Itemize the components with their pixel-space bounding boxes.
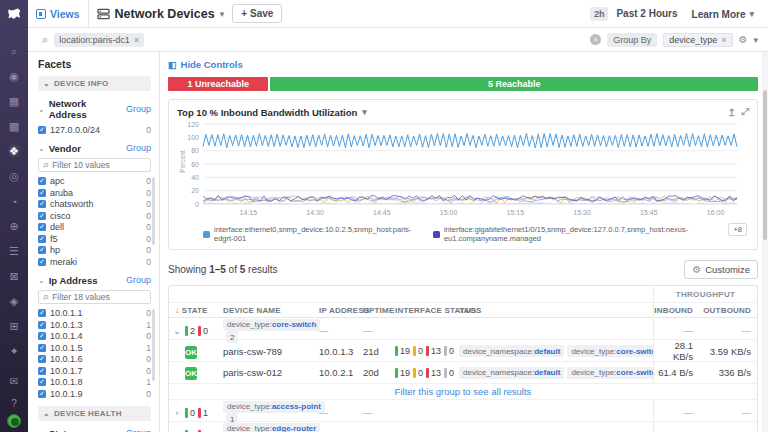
- facet-value-row[interactable]: ✓meraki0: [38, 256, 151, 268]
- group-tag-pill[interactable]: device_type:core-switch: [223, 319, 320, 331]
- col-header-interface-status[interactable]: INTERFACE STATUS: [395, 306, 459, 315]
- device-name[interactable]: paris-csw-789: [223, 346, 319, 357]
- tag-pill[interactable]: device_namespace:default: [459, 345, 564, 357]
- col-header-outbound[interactable]: OUTBOUND: [699, 306, 757, 315]
- nav-apm-icon[interactable]: ⊕: [0, 214, 28, 239]
- hide-controls-button[interactable]: ◧ Hide Controls: [168, 59, 758, 70]
- checkbox-checked[interactable]: ✓: [38, 223, 46, 231]
- nav-monitors-icon[interactable]: ◎: [0, 164, 28, 189]
- chart-title-caret-icon[interactable]: ▾: [362, 107, 367, 117]
- clear-group-by-icon[interactable]: ×: [590, 34, 601, 45]
- nav-watchdog-icon[interactable]: ◉: [0, 64, 28, 89]
- facet-list-scrollbar[interactable]: [152, 309, 155, 381]
- user-avatar[interactable]: [7, 414, 21, 428]
- group-by-settings-icon[interactable]: ⚙: [739, 34, 748, 45]
- facet-value-row[interactable]: ✓10.0.1.40: [38, 331, 151, 343]
- facet-section-device-info[interactable]: ⌄DEVICE INFO: [38, 76, 151, 91]
- legend-overflow-button[interactable]: +8: [728, 223, 747, 236]
- nav-synthetics-icon[interactable]: ◔: [0, 189, 28, 214]
- checkbox-checked[interactable]: ✓: [38, 390, 46, 398]
- facet-group-action[interactable]: Group: [126, 104, 151, 114]
- facet-value-row[interactable]: ✓cisco0: [38, 210, 151, 222]
- legend-item[interactable]: interface:ethernet0,snmp_device:10.0.2.5…: [203, 225, 419, 243]
- checkbox-checked[interactable]: ✓: [38, 367, 46, 375]
- remove-filter-icon[interactable]: ×: [134, 35, 139, 45]
- chart-title[interactable]: Top 10 % Inbound Bandwidth Utilization: [177, 107, 357, 118]
- table-row-group[interactable]: ›10device_type:edge-router1————: [169, 422, 757, 432]
- row-chevron-icon[interactable]: ›: [169, 408, 185, 418]
- nav-logs-icon[interactable]: ☰: [0, 239, 28, 264]
- facet-value-row[interactable]: ✓10.0.1.70: [38, 365, 151, 377]
- nav-security-icon[interactable]: ◈: [0, 289, 28, 314]
- tag-pill[interactable]: device_type:core-switch: [567, 345, 653, 357]
- group-tag-pill[interactable]: device_type:access-point: [223, 401, 325, 413]
- facet-filter[interactable]: ⌕: [38, 290, 151, 304]
- checkbox-checked[interactable]: ✓: [38, 309, 46, 317]
- line-chart[interactable]: 02040608010012014:1514:3014:4515:0015:15…: [177, 120, 742, 220]
- checkbox-checked[interactable]: ✓: [38, 235, 46, 243]
- facet-value-row[interactable]: ✓10.0.1.31: [38, 319, 151, 331]
- table-row-device[interactable]: OKparis-csw-01210.0.2.120d190130device_n…: [169, 362, 757, 384]
- checkbox-checked[interactable]: ✓: [38, 177, 46, 185]
- save-button[interactable]: + Save: [232, 4, 282, 23]
- group-by-caret-icon[interactable]: ▾: [753, 35, 758, 45]
- legend-item[interactable]: interface:gigabitethernet1/0/15,snmp_dev…: [433, 225, 749, 243]
- facet-filter[interactable]: ⌕: [38, 158, 151, 172]
- col-header-uptime[interactable]: UPTIME: [363, 306, 395, 315]
- nav-dashboards-icon[interactable]: ▦: [0, 89, 28, 114]
- table-row-device[interactable]: OKparis-csw-78910.0.1.321d190130device_n…: [169, 340, 757, 362]
- table-row-group[interactable]: ⌄20device_type:core-switch2————: [169, 318, 757, 340]
- checkbox-checked[interactable]: ✓: [38, 355, 46, 363]
- views-button[interactable]: Views: [36, 8, 80, 20]
- page-scrollbar-thumb[interactable]: [763, 90, 767, 240]
- col-header-inbound[interactable]: INBOUND: [653, 303, 699, 317]
- group-tag-pill[interactable]: device_type:edge-router: [223, 423, 320, 432]
- page-scrollbar[interactable]: [762, 52, 768, 432]
- fullscreen-icon[interactable]: ⤢: [741, 106, 749, 118]
- facet-value-row[interactable]: ✓aruba0: [38, 187, 151, 199]
- col-header-ip-address[interactable]: IP ADDRESS: [319, 306, 363, 315]
- checkbox-checked[interactable]: ✓: [38, 258, 46, 266]
- facet-chevron-icon[interactable]: ⌄: [38, 144, 45, 153]
- learn-more-button[interactable]: Learn More ▾: [686, 2, 760, 26]
- facet-value-row[interactable]: ✓10.0.1.60: [38, 354, 151, 366]
- checkbox-checked[interactable]: ✓: [38, 332, 46, 340]
- reachable-segment[interactable]: 5 Reachable: [270, 77, 758, 91]
- facet-group-action[interactable]: Group: [126, 143, 151, 153]
- nav-help-icon[interactable]: ?: [0, 392, 28, 414]
- facet-filter-input[interactable]: [52, 160, 146, 170]
- tag-pill[interactable]: device_namespace:default: [459, 367, 564, 379]
- filter-group-link[interactable]: Filter this group to see all results: [395, 386, 532, 397]
- facet-value-row[interactable]: ✓chatsworth0: [38, 199, 151, 211]
- facet-group-action[interactable]: Group: [126, 275, 151, 285]
- facet-filter-input[interactable]: [52, 292, 146, 302]
- facet-group-action[interactable]: Group: [126, 428, 151, 432]
- facet-value-row[interactable]: ✓127.0.0.0/240: [38, 124, 151, 136]
- facet-value-row[interactable]: ✓apc0: [38, 176, 151, 188]
- nav-infrastructure-icon[interactable]: ▩: [0, 114, 28, 139]
- customize-button[interactable]: ⚙ Customize: [684, 260, 758, 279]
- device-name[interactable]: paris-csw-012: [223, 367, 319, 378]
- checkbox-checked[interactable]: ✓: [38, 212, 46, 220]
- col-header-state[interactable]: ↓ STATE: [169, 306, 223, 315]
- group-by-pill[interactable]: device_type ×: [663, 33, 732, 47]
- tag-pill[interactable]: device_type:core-switch: [567, 367, 653, 379]
- facet-value-row[interactable]: ✓hp0: [38, 245, 151, 257]
- facet-list-scrollbar[interactable]: [152, 177, 155, 245]
- row-chevron-icon[interactable]: ⌄: [169, 326, 185, 336]
- export-icon[interactable]: ↥: [728, 107, 736, 118]
- facet-value-row[interactable]: ✓f50: [38, 233, 151, 245]
- facet-chevron-icon[interactable]: ⌄: [38, 429, 45, 432]
- unreachable-segment[interactable]: 1 Unreachable: [168, 77, 268, 91]
- checkbox-checked[interactable]: ✓: [38, 321, 46, 329]
- page-title-menu[interactable]: Network Devices ▾: [97, 7, 225, 21]
- checkbox-checked[interactable]: ✓: [38, 246, 46, 254]
- facet-value-row[interactable]: ✓10.0.1.51: [38, 342, 151, 354]
- checkbox-checked[interactable]: ✓: [38, 126, 46, 134]
- time-shortcut-pill[interactable]: 2h: [590, 7, 609, 21]
- datadog-logo-icon[interactable]: [4, 5, 24, 25]
- facet-value-row[interactable]: ✓dell0: [38, 222, 151, 234]
- facet-chevron-icon[interactable]: ⌄: [38, 276, 45, 285]
- facet-value-row[interactable]: ✓10.0.1.81: [38, 377, 151, 389]
- table-row-group[interactable]: ›01device_type:access-point1————: [169, 400, 757, 422]
